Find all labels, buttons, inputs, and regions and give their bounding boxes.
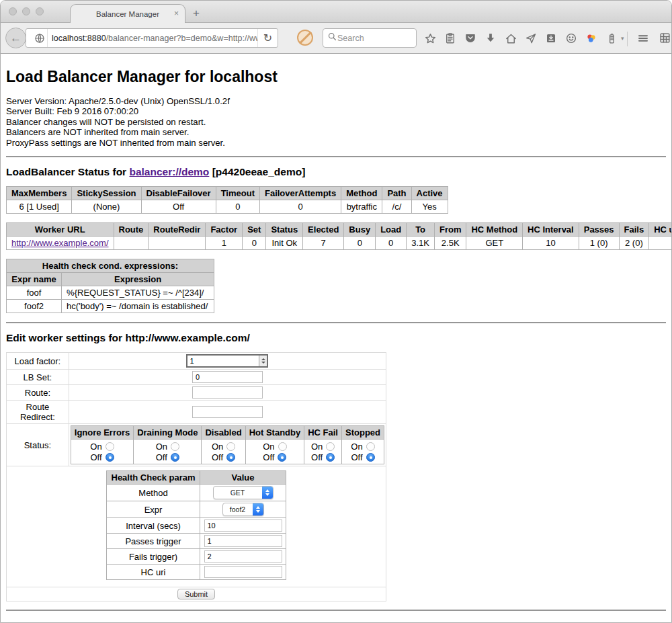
hc-passes-input[interactable]	[204, 535, 282, 547]
hc-expr-select[interactable]: foof2	[222, 503, 264, 516]
number-spinner-icon[interactable]	[259, 356, 267, 366]
col-active: Active	[411, 187, 448, 200]
col-disablefailover: DisableFailover	[141, 187, 216, 200]
off-label: Off	[90, 452, 101, 462]
close-tab-icon[interactable]: ×	[174, 9, 179, 17]
hc-uri-input[interactable]	[204, 566, 282, 578]
search-icon	[327, 32, 337, 44]
health-expressions-table: Health check cond. expressions: Expr nam…	[6, 259, 214, 313]
color-theme-icon[interactable]	[585, 32, 598, 45]
server-info: Server Version: Apache/2.5.0-dev (Unix) …	[6, 96, 666, 148]
server-version-line: Server Version: Apache/2.5.0-dev (Unix) …	[6, 96, 666, 106]
reload-button[interactable]: ↻	[257, 29, 278, 47]
window-close-button[interactable]	[9, 7, 17, 15]
url-path: /balancer-manager?b=demo&w=http://www.ex…	[106, 34, 257, 43]
blocked-content-icon[interactable]	[297, 30, 313, 46]
worker-data-row: http://www.example.com/ 1 0 Init Ok 7 0 …	[7, 237, 672, 250]
worker-header-row: Worker URL Route RouteRedir Factor Set S…	[7, 223, 672, 237]
status-draining-mode-off-radio[interactable]	[171, 453, 179, 462]
worker-url-link[interactable]: http://www.example.com/	[11, 238, 109, 248]
window-minimize-button[interactable]	[22, 7, 30, 15]
menu-hamburger-icon[interactable]	[636, 32, 650, 47]
send-tab-icon[interactable]	[524, 32, 538, 45]
divider	[6, 156, 666, 157]
status-hc-fail-on-radio[interactable]	[326, 442, 335, 451]
col-maxmembers: MaxMembers	[7, 187, 72, 200]
worker-table: Worker URL Route RouteRedir Factor Set S…	[6, 222, 672, 250]
balancer-demo-link[interactable]: balancer://demo	[129, 166, 209, 177]
hc-fails-input[interactable]	[204, 550, 282, 563]
select-stepper-icon	[253, 503, 263, 515]
off-label: Off	[263, 452, 274, 462]
status-label: Status:	[7, 424, 69, 466]
tab-balancer-manager[interactable]: Balancer Manager ×	[70, 4, 185, 23]
navigation-toolbar: ← localhost:8880/balancer-manager?b=demo…	[1, 23, 671, 54]
chat-smiley-icon[interactable]	[564, 32, 578, 45]
select-stepper-icon	[262, 487, 273, 499]
route-redirect-row: Route Redirect:	[7, 401, 386, 424]
status-stopped-on-radio[interactable]	[366, 442, 375, 451]
col-timeout: Timeout	[216, 187, 259, 200]
status-ignore-errors-off-radio[interactable]	[106, 453, 114, 462]
hc-interval-input[interactable]	[204, 520, 282, 532]
bookmarks-grid-icon[interactable]	[659, 32, 671, 47]
divider	[6, 322, 666, 323]
hc-uri-row: HC uri	[107, 565, 286, 580]
hc-method-select[interactable]: GET	[213, 486, 274, 499]
save-to-device-icon[interactable]	[544, 32, 558, 45]
home-icon[interactable]	[504, 32, 517, 45]
route-label: Route:	[7, 385, 69, 401]
route-input[interactable]	[192, 386, 263, 399]
col-hot-standby: Hot Standby	[245, 426, 304, 440]
lb-set-row: LB Set:	[7, 370, 386, 385]
downloads-icon[interactable]	[484, 32, 497, 45]
off-label: Off	[351, 452, 362, 462]
submit-row: Submit	[7, 587, 386, 601]
off-label: Off	[311, 452, 323, 462]
submit-button[interactable]: Submit	[177, 589, 215, 599]
on-label: On	[311, 442, 323, 452]
balancer-header-row: MaxMembers StickySession DisableFailover…	[7, 187, 448, 200]
route-redirect-input[interactable]	[192, 406, 263, 418]
url-text[interactable]: localhost:8880/balancer-manager?b=demo&w…	[48, 34, 257, 43]
search-bar[interactable]	[323, 28, 417, 48]
balancer-data-row: 6 [1 Used] (None) Off 0 0 bytraffic /c/ …	[7, 200, 448, 214]
status-disabled-on-radio[interactable]	[226, 442, 235, 451]
url-bar[interactable]: localhost:8880/balancer-manager?b=demo&w…	[26, 28, 278, 48]
col-expr-name: Expr name	[7, 273, 62, 286]
status-hot-standby-on-radio[interactable]	[278, 442, 287, 451]
bookmark-star-icon[interactable]	[423, 32, 437, 45]
battery-extension-icon[interactable]	[605, 32, 618, 45]
url-host: localhost:8880	[52, 34, 106, 43]
search-input[interactable]	[337, 34, 412, 43]
status-ignore-errors-on-radio[interactable]	[106, 442, 114, 451]
status-hc-fail-off-radio[interactable]	[326, 453, 335, 462]
edit-worker-heading: Edit worker settings for http://www.exam…	[6, 332, 666, 344]
status-hot-standby-off-radio[interactable]	[278, 453, 286, 462]
browser-window: Balancer Manager × + ← localhost:8880/ba…	[0, 0, 672, 623]
col-health-param: Health Check param	[107, 471, 200, 485]
new-tab-button[interactable]: +	[193, 7, 200, 20]
divider	[6, 610, 666, 611]
load-factor-row: Load factor:	[7, 353, 386, 370]
col-ignore-errors: Ignore Errors	[71, 426, 133, 440]
load-factor-input[interactable]	[187, 356, 259, 366]
status-draining-mode-on-radio[interactable]	[171, 442, 179, 451]
back-button[interactable]: ←	[5, 28, 26, 48]
overflow-caret-icon[interactable]: ▾	[621, 35, 624, 42]
lb-set-input[interactable]	[192, 371, 263, 383]
balancer-status-heading: LoadBalancer Status for balancer://demo …	[6, 166, 666, 178]
hc-interval-row: Interval (secs)	[107, 518, 286, 534]
pocket-icon[interactable]	[464, 32, 477, 45]
toolbar-separator	[627, 32, 628, 46]
page-content: Load Balancer Manager for localhost Serv…	[1, 68, 671, 611]
status-disabled-off-radio[interactable]	[226, 453, 235, 462]
on-label: On	[351, 442, 362, 452]
col-stickysession: StickySession	[72, 187, 141, 200]
window-zoom-button[interactable]	[36, 7, 44, 15]
status-stopped-off-radio[interactable]	[366, 453, 375, 462]
page-title: Load Balancer Manager for localhost	[6, 68, 666, 86]
reading-list-icon[interactable]	[444, 32, 457, 45]
on-label: On	[90, 442, 101, 452]
col-method: Method	[341, 187, 382, 200]
